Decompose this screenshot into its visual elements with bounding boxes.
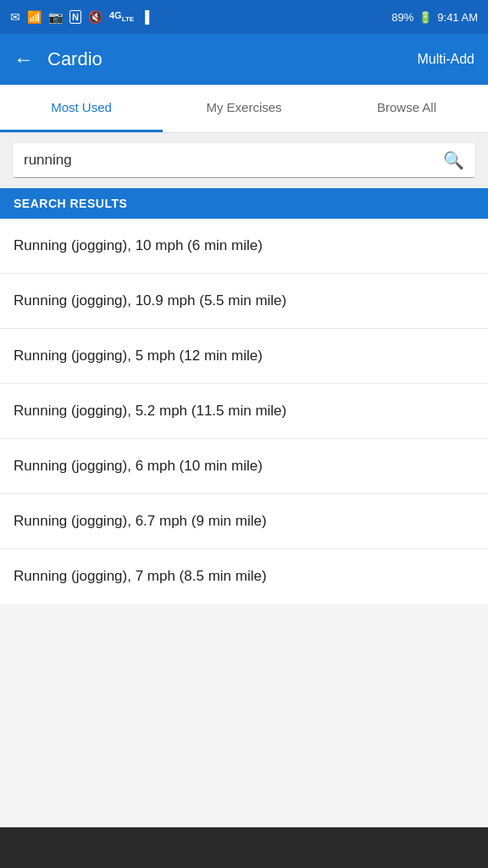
bluetooth-icon: 📷 (48, 10, 63, 24)
multi-add-button[interactable]: Multi-Add (417, 52, 474, 67)
tab-most-used-label: Most Used (51, 100, 112, 114)
signal-icon: ▐ (141, 10, 149, 24)
search-container: 🔍 (0, 133, 488, 188)
time: 9:41 AM (437, 11, 478, 24)
gmail-icon: ✉ (10, 10, 20, 24)
tab-bar: Most Used My Exercises Browse All (0, 85, 488, 133)
tab-browse-all-label: Browse All (377, 100, 436, 114)
back-button[interactable]: ← (14, 49, 34, 70)
status-right: 89% 🔋 9:41 AM (391, 11, 478, 24)
result-item-6[interactable]: Running (jogging), 6.7 mph (9 min mile) (0, 494, 488, 549)
result-item-2[interactable]: Running (jogging), 10.9 mph (5.5 min mil… (0, 274, 488, 329)
mute-icon: 🔇 (88, 10, 103, 24)
app-header: ← Cardio Multi-Add (0, 34, 488, 85)
tab-browse-all[interactable]: Browse All (325, 85, 488, 132)
nfc-icon: N (69, 10, 81, 24)
battery-icon: 🔋 (419, 11, 432, 24)
results-list: Running (jogging), 10 mph (6 min mile) R… (0, 219, 488, 604)
search-icon[interactable]: 🔍 (443, 150, 464, 170)
result-item-5[interactable]: Running (jogging), 6 mph (10 min mile) (0, 439, 488, 494)
status-bar: ✉ 📶 📷 N 🔇 4GLTE ▐ 89% 🔋 9:41 AM (0, 0, 488, 34)
search-wrapper: 🔍 (14, 143, 474, 178)
tab-my-exercises-label: My Exercises (206, 100, 281, 114)
section-header: SEARCH RESULTS (0, 188, 488, 219)
wifi-icon: 📶 (27, 10, 42, 24)
search-input[interactable] (24, 152, 436, 169)
result-item-3[interactable]: Running (jogging), 5 mph (12 min mile) (0, 329, 488, 384)
page-title: Cardio (47, 48, 417, 70)
status-left-icons: ✉ 📶 📷 N 🔇 4GLTE ▐ (10, 10, 149, 24)
result-item-7[interactable]: Running (jogging), 7 mph (8.5 min mile) (0, 549, 488, 604)
bottom-navigation-bar (0, 827, 488, 868)
tab-my-exercises[interactable]: My Exercises (163, 85, 325, 132)
result-item-4[interactable]: Running (jogging), 5.2 mph (11.5 min mil… (0, 384, 488, 439)
tab-most-used[interactable]: Most Used (0, 85, 163, 132)
result-item-1[interactable]: Running (jogging), 10 mph (6 min mile) (0, 219, 488, 274)
battery-percent: 89% (391, 11, 413, 24)
lte-icon: 4GLTE (109, 10, 134, 23)
